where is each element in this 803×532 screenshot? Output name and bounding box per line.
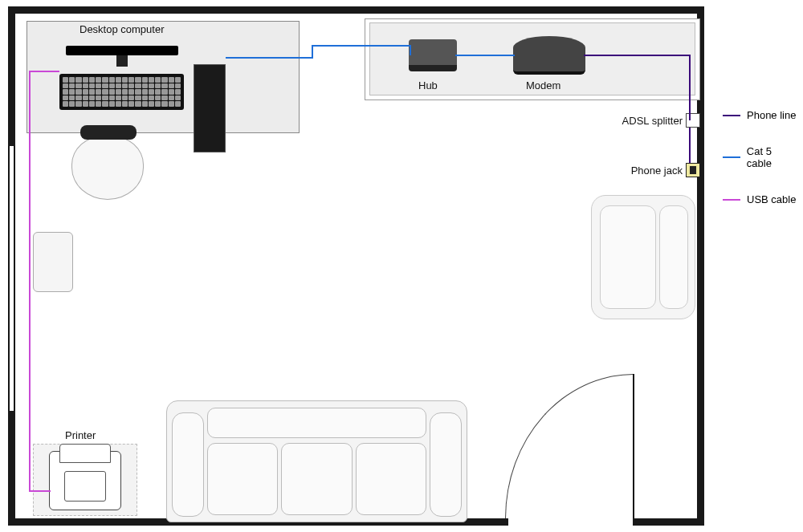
door-opening (508, 518, 633, 526)
label-hub: Hub (418, 79, 438, 91)
legend-phone-line: Phone line (723, 109, 799, 121)
side-table-icon (33, 232, 73, 292)
legend-cat5-swatch (723, 156, 740, 158)
label-printer: Printer (65, 429, 96, 441)
hub-icon (409, 39, 457, 71)
keyboard-icon (59, 74, 184, 110)
door-swing-arc (505, 374, 634, 518)
legend-phone-label: Phone line (747, 109, 796, 121)
label-desktop: Desktop computer (79, 23, 165, 35)
adsl-splitter-icon (686, 113, 700, 128)
label-phonejack: Phone jack (631, 164, 683, 177)
door-leaf (633, 374, 634, 518)
legend-usb-line: USB cable (723, 193, 799, 205)
office-chair-icon (71, 136, 144, 200)
legend-usb-label: USB cable (747, 193, 796, 205)
label-modem: Modem (526, 79, 560, 91)
left-wall-window (8, 146, 15, 411)
legend-phone-swatch (723, 115, 740, 116)
phone-jack-icon (686, 163, 700, 177)
label-adsl: ADSL splitter (622, 115, 683, 127)
sofa-icon (166, 400, 467, 522)
legend-cat5-line: Cat 5 cable (723, 145, 799, 169)
modem-icon (513, 36, 585, 75)
printer-icon (49, 451, 121, 510)
legend-cat5-label: Cat 5 cable (747, 145, 799, 169)
legend-usb-swatch (723, 199, 740, 201)
legend: Phone line Cat 5 cable USB cable (723, 109, 799, 229)
computer-tower-icon (194, 64, 226, 152)
room-floorplan: Desktop computer Hub Modem ADSL splitter… (8, 6, 704, 526)
monitor-icon (66, 46, 178, 55)
armchair-icon (591, 195, 695, 319)
